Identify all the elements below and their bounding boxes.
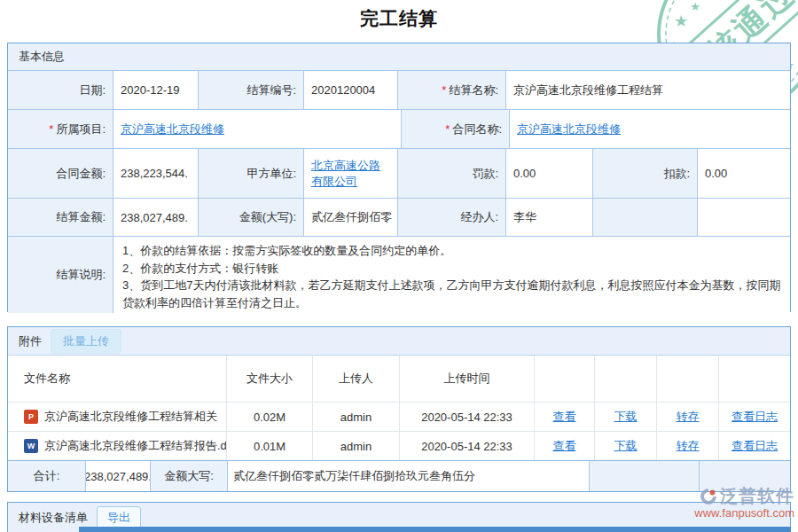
col-action-1 xyxy=(534,356,594,402)
download-link[interactable]: 下载 xyxy=(614,438,638,454)
empty-value-cell xyxy=(697,199,790,236)
penalty-value: 0.00 xyxy=(505,149,592,198)
export-button[interactable]: 导出 xyxy=(97,506,141,529)
party-a-label: 甲方单位: xyxy=(198,149,303,198)
transfer-save-link[interactable]: 转存 xyxy=(677,409,700,425)
download-link[interactable]: 下载 xyxy=(614,409,638,425)
col-action-3 xyxy=(656,356,718,402)
handler-value: 李华 xyxy=(505,199,592,236)
total-value: 238,027,489. xyxy=(85,461,150,491)
page-title: 完工结算 xyxy=(0,6,798,31)
col-action-4 xyxy=(718,356,790,402)
project-cell: 京沪高速北京段维修 xyxy=(113,110,401,148)
batch-upload-button[interactable]: 批量上传 xyxy=(51,329,121,354)
settlement-number-value: 2020120004 xyxy=(303,71,397,109)
project-label: * 所属项目: xyxy=(8,110,113,148)
date-label: 日期: xyxy=(8,71,113,109)
date-value: 2020-12-19 xyxy=(113,71,198,109)
transfer-save-link[interactable]: 转存 xyxy=(677,438,700,454)
attachments-title: 附件 xyxy=(19,333,42,349)
attachments-table-header: 文件名称 文件大小 上传人 上传时间 xyxy=(8,356,790,402)
handler-label: 经办人: xyxy=(397,199,505,236)
settlement-name-value: 京沪高速北京段维修工程结算 xyxy=(505,71,790,109)
file-name: 京沪高速北京段维修工程结算报告.d xyxy=(44,438,226,454)
col-file-size: 文件大小 xyxy=(226,356,312,402)
file-name-cell: P 京沪高速北京段维修工程结算相关 xyxy=(8,403,226,431)
row-settlement-note: 结算说明: 1、价款的结算依据：按需方实际签收的数量及合同约定的单价。 2、价款… xyxy=(8,236,790,313)
col-upload-time: 上传时间 xyxy=(399,356,534,402)
total-empty-cell xyxy=(699,461,790,491)
word-file-icon: W xyxy=(24,439,38,453)
view-link[interactable]: 查看 xyxy=(553,409,576,425)
contract-amount-value: 238,223,544. xyxy=(113,149,198,198)
file-name-cell: W 京沪高速北京段维修工程结算报告.d xyxy=(8,432,226,460)
contract-name-cell: 京沪高速北京段维修 xyxy=(509,110,790,148)
materials-table-header-strip xyxy=(79,527,791,532)
total-words-label: 金额大写: xyxy=(150,461,227,491)
deduction-value: 0.00 xyxy=(697,149,790,198)
amount-words-value: 贰亿叁仟捌佰零 xyxy=(303,199,397,236)
settlement-note-label: 结算说明: xyxy=(8,237,113,313)
file-name: 京沪高速北京段维修工程结算相关 xyxy=(44,409,217,425)
required-mark: * xyxy=(442,83,446,97)
basic-info-header: 基本信息 xyxy=(8,43,790,70)
note-line-3: 3、货到工地7天内付清该批材料款，若乙方延期支付上述款项，乙方向甲方支付逾期付款… xyxy=(122,277,781,311)
settlement-amount-label: 结算金额: xyxy=(8,199,113,236)
file-size: 0.01M xyxy=(226,432,312,460)
col-uploader: 上传人 xyxy=(312,356,399,402)
penalty-label: 罚款: xyxy=(397,149,505,198)
row-date: 日期: 2020-12-19 结算编号: 2020120004 * 结算名称: … xyxy=(8,70,790,109)
empty-label-cell xyxy=(592,199,697,236)
required-mark: * xyxy=(49,122,53,136)
attachments-header: 附件 批量上传 xyxy=(8,327,790,356)
basic-info-title: 基本信息 xyxy=(19,49,65,65)
party-a-cell: 北京高速公路有限公司 xyxy=(303,149,397,198)
materials-section: 材料设备清单 导出 xyxy=(7,502,791,532)
file-uploader: admin xyxy=(312,432,399,460)
required-mark: * xyxy=(445,122,450,136)
file-uploader: admin xyxy=(312,403,399,431)
contract-name-label-text: 合同名称: xyxy=(452,121,502,137)
file-size: 0.02M xyxy=(226,403,312,431)
deduction-label: 扣款: xyxy=(592,149,697,198)
contract-amount-label: 合同金额: xyxy=(8,149,113,198)
view-link[interactable]: 查看 xyxy=(553,438,576,454)
party-a-link[interactable]: 北京高速公路有限公司 xyxy=(311,158,390,189)
total-row: 合计: 238,027,489. 金额大写: 贰亿叁仟捌佰零贰万柒仟肆佰捌拾玖元… xyxy=(8,460,790,491)
basic-info-section: 基本信息 日期: 2020-12-19 结算编号: 2020120004 * 结… xyxy=(7,43,791,312)
settlement-name-label: * 结算名称: xyxy=(397,71,505,109)
settlement-number-label: 结算编号: xyxy=(198,71,303,109)
contract-name-label: * 合同名称: xyxy=(401,110,509,148)
view-log-link[interactable]: 查看日志 xyxy=(732,438,778,454)
file-upload-time: 2020-05-14 22:33 xyxy=(399,403,534,431)
view-log-link[interactable]: 查看日志 xyxy=(732,409,778,425)
settlement-amount-value: 238,027,489. xyxy=(113,199,198,236)
total-empty-cell xyxy=(589,461,699,491)
col-action-2 xyxy=(594,356,656,402)
row-project: * 所属项目: 京沪高速北京段维修 * 合同名称: 京沪高速北京段维修 xyxy=(8,109,790,148)
settlement-name-label-text: 结算名称: xyxy=(449,82,498,98)
project-link[interactable]: 京沪高速北京段维修 xyxy=(121,121,224,137)
total-words-value: 贰亿叁仟捌佰零贰万柒仟肆佰捌拾玖元叁角伍分 xyxy=(227,461,589,491)
attachments-section: 附件 批量上传 文件名称 文件大小 上传人 上传时间 P 京沪高速北京段维修工程… xyxy=(7,326,791,492)
file-upload-time: 2020-05-14 22:33 xyxy=(399,432,534,460)
contract-name-link[interactable]: 京沪高速北京段维修 xyxy=(517,121,621,137)
note-line-1: 1、价款的结算依据：按需方实际签收的数量及合同约定的单价。 xyxy=(122,242,781,260)
project-label-text: 所属项目: xyxy=(56,121,106,137)
file-row: W 京沪高速北京段维修工程结算报告.d 0.01M admin 2020-05-… xyxy=(8,431,790,460)
total-label: 合计: xyxy=(8,461,85,491)
col-file-name: 文件名称 xyxy=(8,356,226,402)
settlement-note-content: 1、价款的结算依据：按需方实际签收的数量及合同约定的单价。 2、价款的支付方式：… xyxy=(113,237,790,313)
row-contract-amount: 合同金额: 238,223,544. 甲方单位: 北京高速公路有限公司 罚款: … xyxy=(8,148,790,198)
row-settlement-amount: 结算金额: 238,027,489. 金额(大写): 贰亿叁仟捌佰零 经办人: … xyxy=(8,198,790,236)
powerpoint-file-icon: P xyxy=(24,410,38,424)
amount-words-label: 金额(大写): xyxy=(198,199,303,236)
note-line-2: 2、价款的支付方式：银行转账 xyxy=(122,260,781,278)
materials-title: 材料设备清单 xyxy=(19,510,88,526)
file-row: P 京沪高速北京段维修工程结算相关 0.02M admin 2020-05-14… xyxy=(8,402,790,431)
